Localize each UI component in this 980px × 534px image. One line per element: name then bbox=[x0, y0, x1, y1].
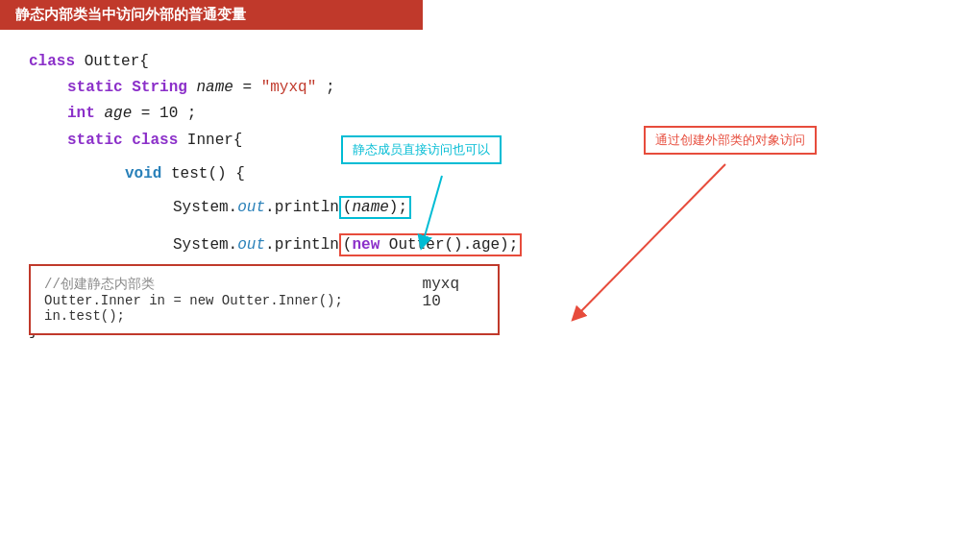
annotation-static-member: 静态成员直接访问也可以 bbox=[341, 135, 502, 164]
println2: .println bbox=[265, 236, 339, 254]
method-test: test() { bbox=[171, 165, 245, 182]
kw-class: class bbox=[29, 53, 75, 70]
out1: out bbox=[237, 199, 265, 216]
classname: Outter{ bbox=[85, 53, 149, 70]
sys2: System. bbox=[173, 236, 237, 254]
val-age: 10 bbox=[159, 105, 178, 122]
code-line-7: System.out.println(new Outter().age); bbox=[29, 232, 951, 258]
param-name: name bbox=[352, 199, 388, 216]
code-line-1: class Outter{ bbox=[29, 49, 951, 75]
annotation-text-2: 通过创建外部类的对象访问 bbox=[655, 133, 805, 147]
output-code-1: Outter.Inner in = new Outter.Inner(); bbox=[44, 293, 484, 308]
kw-new: new bbox=[352, 236, 380, 254]
output-result: myxq 10 bbox=[423, 276, 459, 310]
println1: .println bbox=[265, 199, 339, 216]
output-box: //创建静态内部类 Outter.Inner in = new Outter.I… bbox=[29, 264, 500, 335]
inner-class: Inner{ bbox=[187, 132, 243, 149]
out2: out bbox=[237, 236, 265, 254]
code-line-2: static String name = "myxq" ; bbox=[29, 75, 951, 101]
semi1: ; bbox=[326, 79, 335, 96]
annotation-text-1: 静态成员直接访问也可以 bbox=[353, 142, 490, 157]
spacer3 bbox=[29, 221, 951, 232]
eq1: = bbox=[242, 79, 260, 96]
highlight-name: (name); bbox=[339, 196, 411, 219]
code-line-6: System.out.println(name); bbox=[29, 195, 951, 221]
spacer2 bbox=[29, 187, 951, 195]
str-val: "myxq" bbox=[261, 79, 317, 96]
code2-text: in.test(); bbox=[44, 308, 125, 324]
kw-void: void bbox=[125, 165, 161, 182]
code1-text: Outter.Inner in = new Outter.Inner(); bbox=[44, 293, 343, 308]
sys1: System. bbox=[173, 199, 237, 216]
kw-static-2: static bbox=[67, 132, 123, 149]
header-title: 静态内部类当中访问外部的普通变量 bbox=[15, 6, 246, 22]
annotation-create-object: 通过创建外部类的对象访问 bbox=[644, 126, 817, 155]
comment-text: //创建静态内部类 bbox=[44, 277, 155, 292]
code-line-5: void test() { bbox=[29, 161, 951, 187]
header-bar: 静态内部类当中访问外部的普通变量 bbox=[0, 0, 423, 30]
result-line-2: 10 bbox=[423, 293, 459, 310]
result-line-1: myxq bbox=[423, 276, 459, 293]
eq2: = bbox=[141, 105, 159, 122]
var-name: name bbox=[196, 79, 233, 96]
highlight-age: (new Outter().age); bbox=[339, 233, 522, 256]
kw-static-1: static bbox=[67, 79, 123, 96]
main-code-area: class Outter{ static String name = "myxq… bbox=[0, 30, 980, 354]
semi2: ; bbox=[187, 105, 197, 122]
type-string: String bbox=[132, 79, 187, 96]
kw-int: int bbox=[67, 105, 95, 122]
kw-class-2: class bbox=[132, 132, 178, 149]
code-line-3: int age = 10 ; bbox=[29, 101, 951, 127]
output-code-2: in.test(); bbox=[44, 308, 484, 324]
var-age: age bbox=[104, 105, 132, 122]
output-comment: //创建静态内部类 bbox=[44, 276, 484, 293]
